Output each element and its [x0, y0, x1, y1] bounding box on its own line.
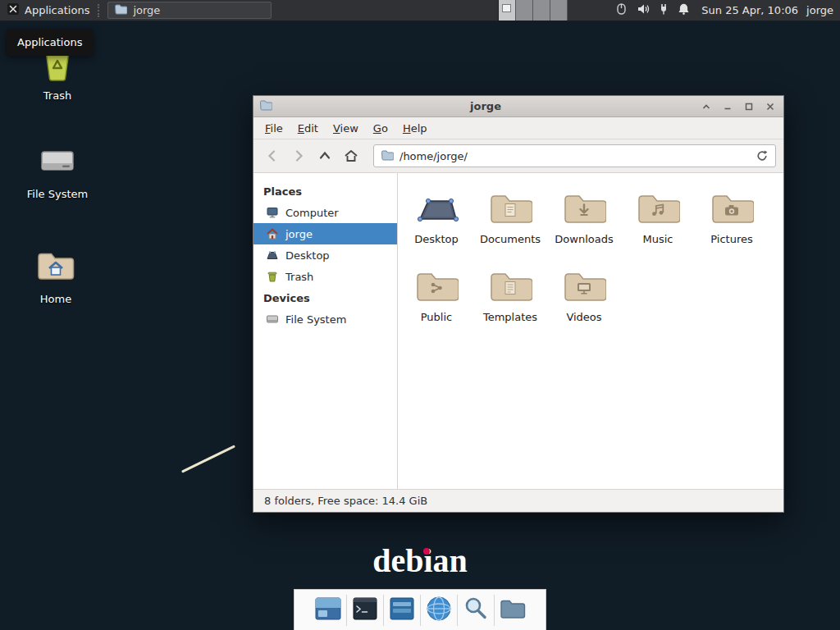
folder-item-documents[interactable]: Documents: [473, 188, 547, 254]
home-button[interactable]: [340, 145, 362, 167]
folder-icon: [499, 596, 527, 624]
template-paper-emblem: [504, 281, 517, 299]
menu-go[interactable]: Go: [367, 119, 395, 138]
folder-item-public[interactable]: Public: [399, 266, 473, 332]
toolbar: /home/jorge/: [253, 139, 783, 173]
file-manager-window: jorge File Edit View Go Help: [253, 95, 784, 513]
folder-label: Downloads: [555, 233, 613, 245]
folder-label: Templates: [483, 311, 537, 323]
forward-button[interactable]: [287, 145, 309, 167]
pictures-folder-icon: [710, 188, 754, 231]
workspace-1[interactable]: [499, 0, 516, 21]
folder-item-templates[interactable]: Templates: [473, 266, 547, 332]
shade-button[interactable]: [699, 99, 714, 114]
sidebar-item-jorge[interactable]: jorge: [253, 223, 397, 244]
folder-view[interactable]: Desktop Documents Download: [398, 173, 783, 489]
workspace-2[interactable]: [516, 0, 533, 21]
folder-item-desktop[interactable]: Desktop: [399, 188, 473, 254]
devices-header: Devices: [253, 287, 397, 308]
close-button[interactable]: [763, 99, 778, 114]
folder-label: Desktop: [414, 233, 459, 245]
dock-item-app-finder[interactable]: [458, 594, 494, 627]
minimize-button[interactable]: [720, 99, 735, 114]
folder-item-videos[interactable]: Videos: [547, 266, 621, 332]
window-title-icon: [259, 98, 272, 115]
top-panel: Applications jorge Sun 25 Apr, 10:06 jor…: [0, 0, 840, 21]
reload-button[interactable]: [756, 149, 769, 162]
sidebar-item-label: jorge: [285, 228, 313, 240]
computer-icon: [266, 206, 279, 219]
dock: [294, 589, 546, 630]
folder-item-downloads[interactable]: Downloads: [547, 188, 621, 254]
maximize-button[interactable]: [742, 99, 756, 114]
taskbar-button[interactable]: jorge: [107, 2, 272, 19]
drive-icon: [21, 141, 94, 182]
panel-separator: [98, 4, 103, 17]
home-icon: [266, 227, 279, 240]
dock-item-terminal[interactable]: [347, 594, 383, 627]
up-button[interactable]: [313, 145, 336, 167]
dock-item-file-manager[interactable]: [310, 594, 346, 627]
settings-icon: [388, 595, 416, 626]
drive-icon: [266, 313, 279, 326]
tooltip-text: Applications: [17, 36, 82, 48]
desktop-icon-label: Trash: [21, 89, 94, 102]
sidebar-item-label: Desktop: [285, 249, 330, 262]
desktop-icon-file-system[interactable]: File System: [21, 141, 94, 200]
notifications-bell-icon[interactable]: [678, 2, 690, 18]
taskbar-button-label: jorge: [133, 4, 160, 16]
applications-menu-icon: [7, 2, 20, 18]
places-sidebar: Places Computer jorge Desktop: [253, 173, 398, 489]
workspace-3[interactable]: [533, 0, 550, 21]
power-icon[interactable]: [659, 2, 669, 18]
menu-help[interactable]: Help: [396, 119, 434, 138]
path-input[interactable]: /home/jorge/: [373, 144, 776, 167]
dock-item-web-browser[interactable]: [421, 594, 457, 627]
sidebar-item-label: Trash: [285, 271, 313, 283]
menu-view[interactable]: View: [326, 119, 365, 138]
sidebar-item-file-system[interactable]: File System: [253, 308, 397, 330]
camera-emblem: [724, 203, 739, 219]
workspace-switcher[interactable]: [498, 0, 568, 21]
pointer-device-icon[interactable]: [615, 2, 628, 18]
desktop-icon: [266, 249, 279, 262]
download-arrow-emblem: [578, 203, 591, 220]
window-controls: [699, 99, 778, 114]
folder-label: Music: [643, 233, 673, 245]
workspace-4[interactable]: [550, 0, 568, 21]
debian-logo: debian: [0, 541, 840, 580]
web-browser-icon: [425, 595, 453, 626]
sidebar-item-computer[interactable]: Computer: [253, 202, 397, 223]
sidebar-item-label: File System: [285, 313, 346, 326]
window-icon: [114, 2, 127, 18]
home-folder-icon: [20, 246, 92, 287]
back-button[interactable]: [261, 145, 283, 167]
places-header: Places: [253, 180, 397, 202]
menu-bar: File Edit View Go Help: [253, 117, 783, 139]
sidebar-item-trash[interactable]: Trash: [253, 266, 397, 287]
menu-file[interactable]: File: [258, 119, 290, 138]
folder-item-pictures[interactable]: Pictures: [695, 188, 769, 254]
terminal-icon: [351, 595, 379, 626]
folder-label: Pictures: [710, 233, 752, 245]
music-folder-icon: [636, 188, 680, 231]
desktop-icon-home[interactable]: Home: [20, 246, 92, 305]
folder-label: Documents: [480, 233, 541, 245]
applications-tooltip: Applications: [7, 29, 93, 56]
dock-item-settings[interactable]: [384, 594, 420, 627]
debian-logo-text: debian: [372, 542, 468, 579]
menu-edit[interactable]: Edit: [291, 119, 325, 138]
volume-icon[interactable]: [637, 2, 650, 18]
folder-item-music[interactable]: Music: [621, 188, 695, 254]
titlebar[interactable]: jorge: [253, 96, 783, 117]
document-emblem: [504, 203, 517, 221]
path-text: /home/jorge/: [399, 150, 468, 162]
public-folder-icon: [414, 266, 459, 308]
path-folder-icon: [381, 148, 394, 164]
dock-item-folder[interactable]: [495, 594, 531, 627]
sidebar-item-desktop[interactable]: Desktop: [253, 244, 397, 266]
applications-menu-button[interactable]: Applications: [0, 0, 96, 21]
clock[interactable]: Sun 25 Apr, 10:06: [701, 4, 798, 16]
music-note-emblem: [651, 203, 665, 220]
status-bar: 8 folders, Free space: 14.4 GiB: [253, 489, 783, 512]
